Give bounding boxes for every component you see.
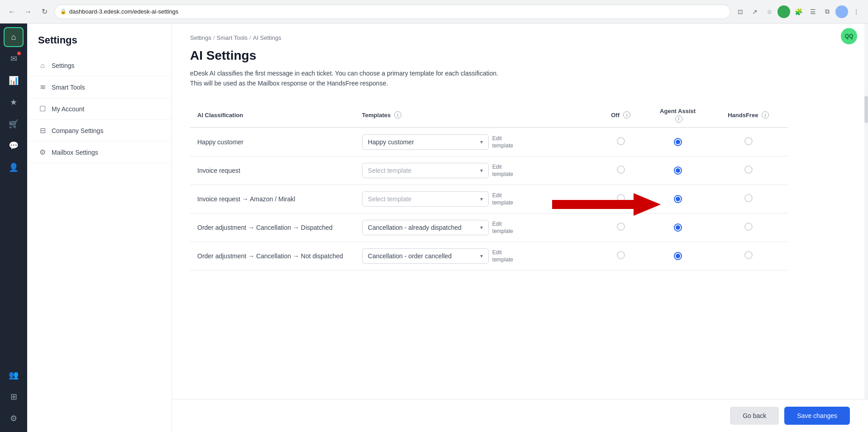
page-title: AI Settings [190,48,787,63]
handsfree-radio[interactable] [744,194,753,202]
nav-home[interactable]: ⌂ [4,27,24,47]
edit-template-link[interactable]: Edit [492,192,513,199]
page-description: eDesk AI classifies the first message in… [190,68,507,89]
address-bar[interactable]: 🔒 dashboard-3.edesk.com/edesk-ai-setting… [54,5,730,19]
breadcrumb-smart-tools[interactable]: Smart Tools [217,34,248,41]
agent-assist-radio[interactable] [674,252,682,260]
off-radio[interactable] [617,137,625,145]
off-radio[interactable] [617,251,625,259]
sidebar-item-company-settings[interactable]: ⊟ Company Settings [27,120,172,142]
template-dropdown[interactable]: Select template▾ [362,163,489,178]
sidebar-item-my-account[interactable]: ☐ My Account [27,98,172,120]
classification-cell: Order adjustment → Cancellation → Dispat… [190,213,355,242]
off-radio[interactable] [617,223,625,231]
handsfree-info-icon[interactable]: i [762,111,769,119]
scrollbar-thumb[interactable] [864,96,868,123]
nav-person[interactable]: 👤 [4,157,24,177]
template-dropdown[interactable]: Cancellation - order cancelled▾ [362,248,489,264]
splitscreen-icon[interactable]: ⧉ [821,5,834,18]
template-label: template [492,256,513,263]
green-extension-icon[interactable] [777,5,790,18]
grid-icon: ⊞ [10,392,17,402]
edit-template-link[interactable]: Edit [492,249,513,256]
template-dropdown[interactable]: Cancellation - already dispatched▾ [362,220,489,235]
handsfree-radio[interactable] [744,137,753,145]
nav-gear[interactable]: ⚙ [4,408,24,428]
template-cell: Cancellation - order cancelled▾Edittempl… [355,242,596,270]
template-label: template [492,171,513,177]
off-info-icon[interactable]: i [623,111,630,119]
content-area: Settings / Smart Tools / AI Settings AI … [172,24,806,281]
handsfree-radio[interactable] [744,223,753,231]
agent-assist-radio[interactable] [674,195,682,203]
scrollbar-track[interactable] [864,24,868,432]
sidebar-item-settings[interactable]: ⌂ Settings [27,55,172,76]
nav-mail[interactable]: ✉ [4,49,24,69]
breadcrumb-settings[interactable]: Settings [190,34,211,41]
chevron-down-icon: ▾ [480,139,483,145]
agent-assist-radio[interactable] [674,138,682,146]
bottom-bar: Go back Save changes [172,399,868,432]
translate-icon[interactable]: ⊡ [734,5,747,18]
share-icon[interactable]: ↗ [749,5,761,18]
agent-assist-cell [646,213,710,242]
chart-icon: 📊 [9,76,19,85]
more-options-icon[interactable]: ⋮ [850,5,863,18]
browser-chrome: ← → ↻ 🔒 dashboard-3.edesk.com/edesk-ai-s… [0,0,868,24]
forward-button[interactable]: → [22,5,34,18]
off-radio[interactable] [617,166,625,174]
handsfree-radio[interactable] [744,166,753,174]
agent-info-icon[interactable]: i [675,115,682,123]
sidebar-item-mailbox-settings[interactable]: ⚙ Mailbox Settings [27,142,172,163]
bookmark-icon[interactable]: ☆ [763,5,776,18]
nav-chart[interactable]: 📊 [4,71,24,90]
reload-button[interactable]: ↻ [38,5,51,18]
breadcrumb-sep-2: / [249,34,251,41]
table-row: Order adjustment → Cancellation → Not di… [190,242,787,270]
save-changes-button[interactable]: Save changes [784,407,850,425]
template-dropdown-text: Cancellation - order cancelled [368,252,477,260]
url-text: dashboard-3.edesk.com/edesk-ai-settings [69,8,178,15]
chevron-down-icon: ▾ [480,196,483,202]
edit-template-link[interactable]: Edit [492,221,513,227]
smart-tools-icon: ≋ [38,83,47,91]
th-templates: Templates i [355,103,596,128]
browser-actions: ⊡ ↗ ☆ 🧩 ☰ ⧉ ⋮ [734,5,863,18]
nav-chat[interactable]: 💬 [4,136,24,156]
template-dropdown[interactable]: Happy customer▾ [362,134,489,150]
templates-info-icon[interactable]: i [394,111,401,119]
group-icon: 👥 [9,370,19,380]
puzzle-icon[interactable]: 🧩 [792,5,805,18]
my-account-icon: ☐ [38,104,47,113]
breadcrumb-current: AI Settings [253,34,281,41]
sidebar-item-smart-tools[interactable]: ≋ Smart Tools [27,76,172,98]
sidebar-item-settings-label: Settings [52,62,75,69]
sidebar-item-smart-tools-label: Smart Tools [52,84,85,91]
edit-template-link[interactable]: Edit [492,164,513,170]
handsfree-cell [710,185,787,213]
edit-template-link[interactable]: Edit [492,135,513,142]
nav-grid[interactable]: ⊞ [4,387,24,407]
off-cell [596,128,646,157]
off-cell [596,156,646,185]
go-back-button[interactable]: Go back [730,407,779,425]
agent-assist-cell [646,242,710,270]
agent-assist-radio[interactable] [674,223,682,232]
th-handsfree: HandsFree i [710,103,787,128]
agent-assist-radio[interactable] [674,166,682,175]
template-cell: Select template▾Edittemplate [355,156,596,185]
off-radio[interactable] [617,194,625,202]
nav-cart[interactable]: 🛒 [4,114,24,134]
icon-nav: ⌂ ✉ 📊 ★ 🛒 💬 👤 👥 ⊞ ⚙ [0,24,27,432]
template-dropdown[interactable]: Select template▾ [362,191,489,207]
template-label: template [492,142,513,149]
menu-icon[interactable]: ☰ [806,5,819,18]
nav-group[interactable]: 👥 [4,365,24,385]
nav-star[interactable]: ★ [4,92,24,112]
qq-avatar[interactable]: QQ [841,28,857,44]
profile-avatar[interactable] [835,5,848,18]
handsfree-radio[interactable] [744,251,753,259]
agent-assist-cell [646,185,710,213]
back-button[interactable]: ← [5,5,18,18]
classification-cell: Order adjustment → Cancellation → Not di… [190,242,355,270]
